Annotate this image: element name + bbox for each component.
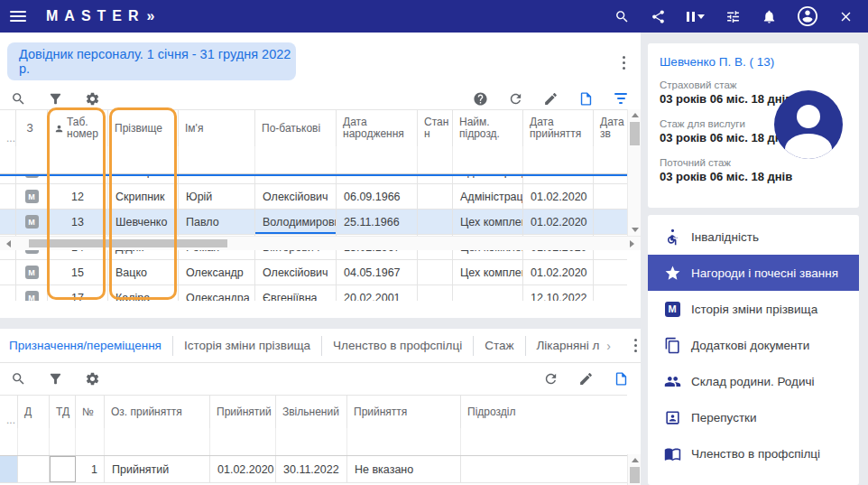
people-group-icon — [663, 372, 681, 390]
detail-toolbar — [0, 363, 641, 394]
column-header-department[interactable]: Підрозділ — [461, 396, 627, 428]
table-row[interactable]: M 17 Каліра Олександра Євгеніївна 20.02.… — [0, 285, 627, 301]
refresh-icon[interactable] — [541, 369, 559, 387]
search-icon[interactable] — [9, 89, 27, 107]
vertical-scrollbar[interactable] — [627, 109, 641, 236]
vertical-scrollbar[interactable] — [627, 454, 641, 485]
tabs-kebab-menu-icon[interactable] — [631, 335, 641, 356]
star-icon — [663, 264, 681, 282]
document-icon[interactable] — [577, 89, 595, 107]
logo-arrows: » — [147, 8, 155, 24]
scroll-up-icon[interactable] — [628, 109, 642, 121]
header-ellipsis[interactable]: ... — [0, 396, 18, 428]
column-header-record[interactable]: З — [16, 110, 48, 146]
column-header-birthdate[interactable]: Дата народження — [337, 110, 418, 146]
menu-item-disability[interactable]: Інвалідність — [648, 219, 859, 255]
edit-pencil-icon[interactable] — [577, 369, 595, 387]
employee-name-link[interactable]: Шевченко П. В. ( 13) — [660, 55, 774, 69]
filter-funnel-icon[interactable] — [46, 369, 64, 387]
horizontal-scrollbar[interactable] — [0, 236, 641, 250]
scrollbar-thumb[interactable] — [29, 239, 227, 247]
filter-row[interactable] — [0, 146, 627, 174]
edit-pencil-icon[interactable] — [541, 89, 559, 107]
header-ellipsis[interactable]: ... — [0, 110, 16, 146]
table-row-selected[interactable]: 1 Прийнятий 01.02.2020 30.11.2022 Не вка… — [0, 456, 627, 483]
employee-sections-menu: Інвалідність Нагороди і почесні звання M… — [648, 215, 859, 485]
user-avatar-icon[interactable] — [798, 6, 817, 26]
column-header-dismissed[interactable]: Звільнений — [276, 396, 347, 428]
menu-item-surname-history[interactable]: M Історія зміни прізвища — [648, 291, 859, 327]
table-row[interactable]: M 15 Вацко Олександр Олексійович 04.05.1… — [0, 260, 627, 285]
menu-item-family[interactable]: Склад родини. Родичі — [648, 363, 859, 399]
record-type-badge: M — [25, 190, 39, 203]
detail-panel: Призначення/переміщення Історія зміни пр… — [0, 329, 641, 485]
close-icon[interactable] — [838, 9, 854, 24]
document-icon[interactable] — [612, 369, 630, 387]
menu-item-passes[interactable]: Перепустки — [648, 399, 859, 435]
app-root: MASTER » — [0, 0, 868, 485]
refresh-icon[interactable] — [506, 89, 524, 107]
column-header-department[interactable]: Найм. підрозд. — [453, 110, 523, 146]
book-icon — [663, 444, 681, 462]
record-type-badge: M — [25, 215, 39, 229]
tab-assignments[interactable]: Призначення/переміщення — [0, 336, 173, 356]
row-selection-marker — [0, 456, 18, 482]
personnel-table: ... З Таб. номер Прізвище Ім'я По-батько… — [0, 109, 641, 301]
focused-cell[interactable] — [50, 456, 76, 482]
column-header-patronymic[interactable]: По-батькові — [255, 110, 337, 146]
menu-item-union-membership[interactable]: Членство в профспілці — [648, 435, 859, 471]
tabs-scroll-right-icon[interactable]: › — [606, 339, 611, 353]
column-header-td[interactable]: ТД — [50, 396, 76, 428]
search-icon[interactable] — [9, 369, 27, 387]
tab-union-membership[interactable]: Членство в профспілці — [322, 336, 474, 356]
tune-icon[interactable] — [725, 9, 741, 24]
settings-gear-icon[interactable] — [83, 89, 101, 107]
column-header-hired[interactable]: Прийнятий — [210, 396, 276, 428]
filter-list-icon[interactable] — [612, 89, 630, 107]
wheelchair-icon — [663, 228, 681, 246]
scroll-right-icon[interactable] — [625, 237, 639, 250]
column-header-acceptance[interactable]: Прийняття — [347, 396, 461, 428]
column-header-surname[interactable]: Прізвище — [108, 110, 179, 146]
scrollbar-thumb[interactable] — [630, 467, 640, 483]
column-header-dismiss-date[interactable]: Дата зв — [594, 110, 627, 146]
scroll-up-icon[interactable] — [628, 454, 642, 466]
table-row[interactable]: M 12 Скрипник Юрій Олексійович 06.09.196… — [0, 184, 627, 210]
row-scroll-indicator — [0, 174, 627, 176]
notifications-bell-icon[interactable] — [762, 9, 777, 24]
menu-item-additional-documents[interactable]: Додаткові документи — [648, 327, 859, 363]
menu-icon[interactable] — [10, 11, 26, 22]
detail-tabs: Призначення/переміщення Історія зміни пр… — [0, 329, 641, 363]
column-header-hire-date[interactable]: Дата прийняття — [523, 110, 594, 146]
help-icon[interactable] — [471, 89, 489, 107]
assignments-table: ... Д ТД № Оз. прийняття Прийнятий Звіль… — [0, 395, 641, 483]
tab-seniority[interactable]: Стаж — [474, 336, 525, 356]
menu-item-awards[interactable]: Нагороди і почесні звання — [648, 255, 859, 291]
column-header-name[interactable]: Ім'я — [179, 110, 255, 146]
service-seniority-stat: Стаж для вислуги 03 років 06 міс. 18 дні… — [660, 118, 792, 145]
column-header-hire-type[interactable]: Оз. прийняття — [105, 396, 210, 428]
column-header-d[interactable]: Д — [18, 396, 50, 428]
tab-surname-history[interactable]: Історія зміни прізвища — [173, 336, 322, 356]
table-row-selected[interactable]: M 13 Шевченко Павло Володимирович 25.11.… — [0, 210, 627, 235]
column-header-number[interactable]: № — [76, 396, 105, 428]
filter-funnel-icon[interactable] — [46, 89, 64, 107]
column-header-tab-number[interactable]: Таб. номер — [48, 110, 108, 146]
app-logo: MASTER — [46, 8, 145, 24]
record-type-badge: M — [25, 266, 39, 279]
column-header-status[interactable]: Стан н — [418, 110, 453, 146]
share-icon[interactable] — [651, 9, 666, 24]
scroll-down-icon[interactable] — [628, 224, 642, 236]
m-badge-icon: M — [663, 300, 681, 318]
scrollbar-thumb[interactable] — [630, 122, 640, 145]
panel-kebab-menu-icon[interactable] — [619, 52, 629, 73]
pause-dropdown-icon[interactable] — [687, 12, 705, 22]
scroll-left-icon[interactable] — [2, 237, 15, 250]
table-header-row: ... Д ТД № Оз. прийняття Прийнятий Звіль… — [0, 395, 627, 428]
panel-title-tab[interactable]: Довідник персоналу. 1 січня - 31 грудня … — [7, 42, 296, 80]
filter-row[interactable] — [0, 428, 627, 456]
tab-sick-leaves[interactable]: Лікарняні л — [526, 336, 611, 356]
search-icon[interactable] — [614, 9, 630, 24]
id-badge-icon — [663, 408, 681, 426]
settings-gear-icon[interactable] — [83, 369, 101, 387]
